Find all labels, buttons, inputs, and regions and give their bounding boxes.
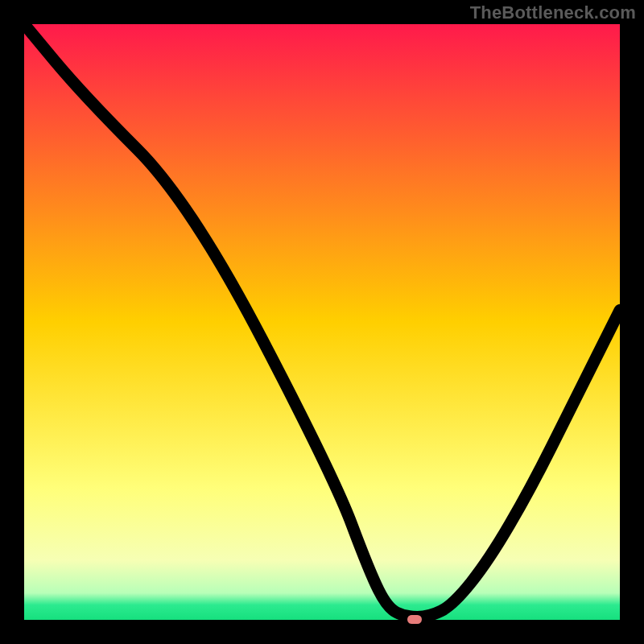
optimal-point-marker (407, 615, 422, 624)
watermark-text: TheBottleneck.com (470, 2, 636, 23)
gradient-background (24, 24, 620, 620)
chart-frame: TheBottleneck.com (0, 0, 644, 644)
svg-rect-0 (24, 24, 620, 620)
